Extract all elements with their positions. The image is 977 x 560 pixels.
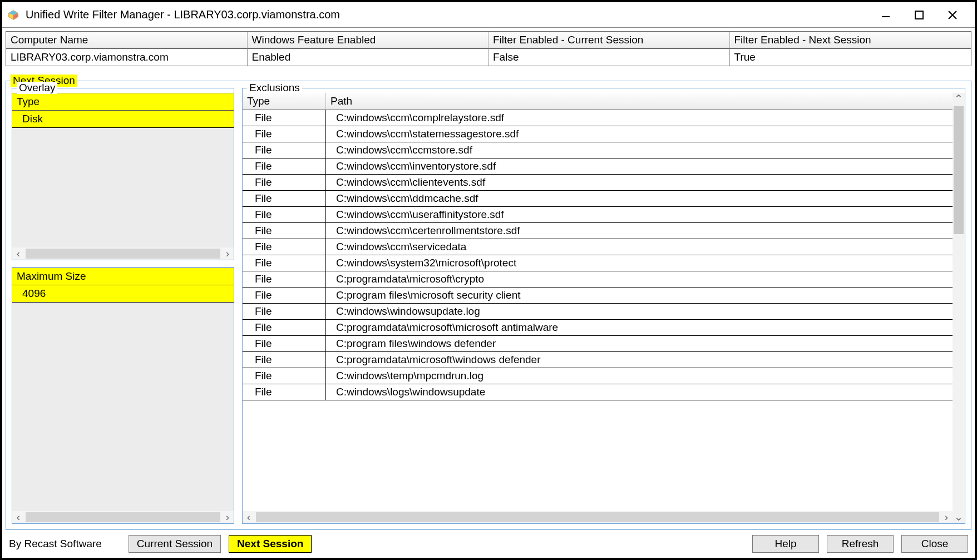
next-session-group: Next Session Overlay Type Disk ‹ bbox=[6, 81, 971, 530]
svg-rect-4 bbox=[915, 11, 923, 19]
exclusions-row[interactable]: FileC:program files\microsoft security c… bbox=[243, 288, 953, 304]
exclusions-cell-type: File bbox=[243, 239, 326, 255]
footer-bar: By Recast Software Current Session Next … bbox=[2, 530, 975, 558]
exclusions-row[interactable]: FileC:windows\ccm\ccmstore.sdf bbox=[243, 142, 953, 158]
col-computer-name[interactable]: Computer Name bbox=[6, 32, 248, 48]
cell-filter-next: True bbox=[730, 48, 971, 66]
overlay-maxsize-scrollbar[interactable]: ‹ › bbox=[12, 511, 234, 523]
exclusions-cell-type: File bbox=[243, 223, 326, 239]
exclusions-cell-path: C:program files\windows defender bbox=[326, 336, 953, 351]
exclusions-col-path[interactable]: Path bbox=[326, 93, 953, 110]
exclusions-cell-path: C:windows\system32\microsoft\protect bbox=[326, 255, 953, 271]
exclusions-vscrollbar[interactable]: ⌃ ⌄ bbox=[953, 93, 965, 523]
minimize-button[interactable] bbox=[869, 2, 902, 28]
exclusions-cell-path: C:windows\temp\mpcmdrun.log bbox=[326, 368, 953, 384]
exclusions-row[interactable]: FileC:windows\windowsupdate.log bbox=[243, 304, 953, 320]
exclusions-row[interactable]: FileC:windows\logs\windowsupdate bbox=[243, 384, 953, 400]
exclusions-hscrollbar[interactable]: ‹ › bbox=[243, 511, 953, 523]
exclusions-cell-type: File bbox=[243, 175, 326, 190]
overlay-maxsize-header[interactable]: Maximum Size bbox=[12, 268, 234, 285]
exclusions-cell-type: File bbox=[243, 288, 326, 303]
scroll-up-icon[interactable]: ⌃ bbox=[954, 93, 963, 105]
exclusions-cell-path: C:program files\microsoft security clien… bbox=[326, 288, 953, 303]
exclusions-cell-path: C:windows\windowsupdate.log bbox=[326, 304, 953, 319]
close-button[interactable]: Close bbox=[901, 535, 968, 553]
current-session-button[interactable]: Current Session bbox=[129, 535, 221, 553]
overlay-panel: Overlay Type Disk ‹ › bbox=[12, 88, 234, 260]
exclusions-cell-path: C:windows\ccm\certenrollmentstore.sdf bbox=[326, 223, 953, 239]
exclusions-cell-type: File bbox=[243, 384, 326, 400]
overlay-type-grid: Type Disk ‹ › bbox=[12, 93, 234, 260]
scroll-left-icon[interactable]: ‹ bbox=[243, 511, 255, 523]
overlay-type-scrollbar[interactable]: ‹ › bbox=[12, 247, 234, 260]
exclusions-col-type[interactable]: Type bbox=[243, 93, 326, 110]
col-filter-current[interactable]: Filter Enabled - Current Session bbox=[488, 32, 730, 48]
exclusions-cell-type: File bbox=[243, 320, 326, 335]
overlay-maxsize-value[interactable]: 4096 bbox=[12, 285, 234, 303]
cell-computer-name: LIBRARY03.corp.viamonstra.com bbox=[6, 48, 248, 66]
exclusions-row[interactable]: FileC:windows\ccm\certenrollmentstore.sd… bbox=[243, 223, 953, 239]
exclusions-cell-path: C:windows\ccm\complrelaystore.sdf bbox=[326, 110, 953, 126]
computer-row[interactable]: LIBRARY03.corp.viamonstra.com Enabled Fa… bbox=[6, 48, 971, 66]
titlebar: Unified Write Filter Manager - LIBRARY03… bbox=[2, 2, 975, 28]
exclusions-row[interactable]: FileC:windows\system32\microsoft\protect bbox=[243, 255, 953, 271]
scroll-right-icon[interactable]: › bbox=[940, 511, 953, 523]
exclusions-row[interactable]: FileC:windows\ccm\statemessagestore.sdf bbox=[243, 126, 953, 142]
exclusions-cell-type: File bbox=[243, 336, 326, 351]
exclusions-row[interactable]: FileC:programdata\microsoft\microsoft an… bbox=[243, 320, 953, 336]
exclusions-cell-type: File bbox=[243, 191, 326, 206]
overlay-label: Overlay bbox=[17, 82, 57, 94]
exclusions-cell-path: C:windows\ccm\ccmstore.sdf bbox=[326, 142, 953, 158]
exclusions-row[interactable]: FileC:windows\ccm\complrelaystore.sdf bbox=[243, 110, 953, 126]
next-session-button[interactable]: Next Session bbox=[229, 535, 312, 553]
exclusions-row[interactable]: FileC:windows\ccm\inventorystore.sdf bbox=[243, 158, 953, 175]
exclusions-grid: Type Path FileC:windows\ccm\complrelayst… bbox=[243, 93, 953, 523]
exclusions-cell-path: C:programdata\microsoft\microsoft antima… bbox=[326, 320, 953, 335]
col-filter-next[interactable]: Filter Enabled - Next Session bbox=[730, 32, 971, 48]
col-feature-enabled[interactable]: Windows Feature Enabled bbox=[248, 32, 489, 48]
exclusions-cell-path: C:windows\ccm\servicedata bbox=[326, 239, 953, 255]
exclusions-cell-path: C:windows\ccm\inventorystore.sdf bbox=[326, 158, 953, 174]
close-window-button[interactable] bbox=[936, 2, 969, 28]
scroll-left-icon[interactable]: ‹ bbox=[12, 247, 24, 260]
exclusions-row[interactable]: FileC:windows\ccm\ddmcache.sdf bbox=[243, 191, 953, 207]
help-button[interactable]: Help bbox=[752, 535, 819, 553]
exclusions-cell-type: File bbox=[243, 368, 326, 384]
exclusions-row[interactable]: FileC:windows\temp\mpcmdrun.log bbox=[243, 368, 953, 384]
app-icon bbox=[8, 9, 19, 21]
scroll-right-icon[interactable]: › bbox=[221, 511, 234, 523]
exclusions-cell-type: File bbox=[243, 142, 326, 158]
exclusions-row[interactable]: FileC:programdata\microsoft\windows defe… bbox=[243, 352, 953, 368]
scroll-down-icon[interactable]: ⌄ bbox=[954, 511, 963, 523]
exclusions-cell-type: File bbox=[243, 255, 326, 271]
cell-feature-enabled: Enabled bbox=[248, 48, 489, 66]
cell-filter-current: False bbox=[488, 48, 730, 66]
exclusions-row[interactable]: FileC:program files\windows defender bbox=[243, 336, 953, 352]
exclusions-cell-type: File bbox=[243, 352, 326, 368]
vendor-label: By Recast Software bbox=[9, 538, 102, 550]
exclusions-cell-path: C:windows\ccm\ddmcache.sdf bbox=[326, 191, 953, 206]
exclusions-cell-path: C:windows\ccm\useraffinitystore.sdf bbox=[326, 207, 953, 222]
scroll-right-icon[interactable]: › bbox=[221, 247, 234, 260]
exclusions-row[interactable]: FileC:programdata\microsoft\crypto bbox=[243, 271, 953, 288]
exclusions-row[interactable]: FileC:windows\ccm\servicedata bbox=[243, 239, 953, 255]
maximize-button[interactable] bbox=[902, 2, 936, 28]
refresh-button[interactable]: Refresh bbox=[827, 535, 894, 553]
exclusions-cell-path: C:programdata\microsoft\windows defender bbox=[326, 352, 953, 368]
overlay-type-header[interactable]: Type bbox=[12, 93, 234, 110]
exclusions-cell-type: File bbox=[243, 271, 326, 287]
overlay-maxsize-grid: Maximum Size 4096 ‹ › bbox=[12, 267, 234, 523]
exclusions-cell-path: C:programdata\microsoft\crypto bbox=[326, 271, 953, 287]
scroll-left-icon[interactable]: ‹ bbox=[12, 511, 24, 523]
exclusions-cell-type: File bbox=[243, 110, 326, 126]
exclusions-row[interactable]: FileC:windows\ccm\clientevents.sdf bbox=[243, 175, 953, 191]
exclusions-cell-type: File bbox=[243, 207, 326, 222]
window-title: Unified Write Filter Manager - LIBRARY03… bbox=[26, 8, 340, 21]
exclusions-panel: Exclusions Type Path FileC:windows\ccm\c… bbox=[242, 88, 965, 524]
exclusions-cell-type: File bbox=[243, 126, 326, 142]
exclusions-label: Exclusions bbox=[247, 82, 302, 94]
exclusions-cell-type: File bbox=[243, 158, 326, 174]
maxsize-panel: Maximum Size 4096 ‹ › bbox=[12, 267, 234, 524]
overlay-type-value[interactable]: Disk bbox=[12, 111, 234, 128]
exclusions-row[interactable]: FileC:windows\ccm\useraffinitystore.sdf bbox=[243, 207, 953, 223]
